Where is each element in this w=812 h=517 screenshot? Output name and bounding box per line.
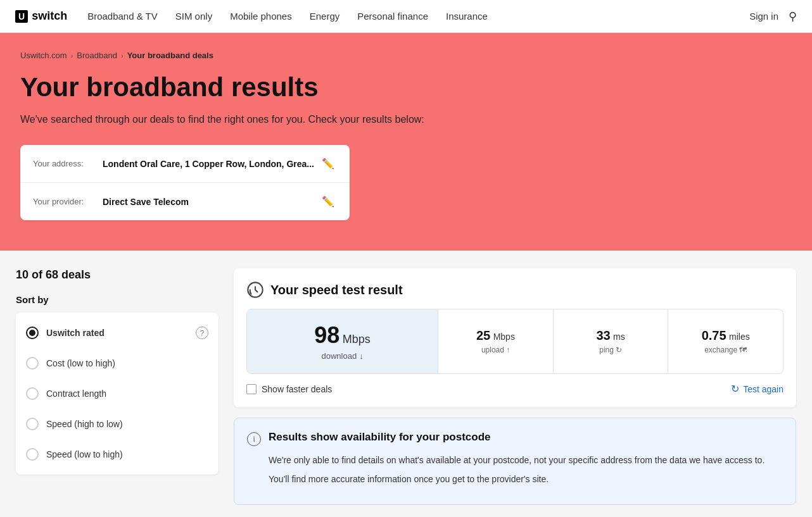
show-faster-label[interactable]: Show faster deals [246, 384, 332, 394]
radio-speed-low-high [26, 448, 39, 461]
sort-option-cost[interactable]: Cost (low to high) [16, 348, 219, 378]
sort-option-label-uswitch-rated: Uswitch rated [46, 328, 188, 338]
provider-row: Your provider: Direct Save Telecom ✏️ [20, 183, 350, 220]
breadcrumb-sep-2: › [121, 52, 124, 59]
nav-link-energy[interactable]: Energy [310, 11, 340, 22]
sort-option-speed-high-low[interactable]: Speed (high to low) [16, 409, 219, 439]
hero-section: Uswitch.com › Broadband › Your broadband… [0, 33, 812, 251]
page-title: Your broadband results [20, 73, 792, 102]
info-icon: i [247, 432, 261, 446]
sort-option-speed-low-high[interactable]: Speed (low to high) [16, 439, 219, 470]
exchange-unit: miles [729, 332, 750, 342]
provider-label: Your provider: [33, 197, 103, 206]
speed-ping: 33 ms ping ↻ [553, 309, 668, 373]
sort-label: Sort by [16, 294, 219, 305]
address-label: Your address: [33, 159, 103, 168]
ping-label: ping ↻ [599, 346, 622, 354]
upload-value: 25 [476, 328, 490, 342]
download-value-row: 98 Mbps [314, 322, 371, 349]
radio-inner [29, 330, 35, 336]
show-faster-text: Show faster deals [262, 384, 332, 394]
provider-value: Direct Save Telecom [103, 197, 319, 207]
speed-metrics: 98 Mbps download ↓ 25 Mbps upload [246, 309, 783, 374]
speed-download: 98 Mbps download ↓ [247, 309, 438, 373]
upload-label: upload ↑ [481, 346, 510, 354]
download-arrow-icon: ↓ [359, 351, 364, 361]
speed-upload: 25 Mbps upload ↑ [438, 309, 553, 373]
info-card-text-1: We're only able to find details on what'… [247, 454, 783, 468]
sort-options: Uswitch rated ? Cost (low to high) Contr… [16, 313, 219, 475]
breadcrumb-section[interactable]: Broadband [77, 51, 117, 60]
nav-link-insurance[interactable]: Insurance [446, 11, 488, 22]
breadcrumb-home[interactable]: Uswitch.com [20, 51, 67, 60]
help-icon-uswitch-rated[interactable]: ? [196, 327, 208, 339]
ping-value: 33 [596, 328, 610, 342]
test-again-text: Test again [743, 384, 783, 394]
sort-option-label-speed-high-low: Speed (high to low) [46, 419, 208, 429]
address-card: Your address: Londent Oral Care, 1 Coppe… [20, 145, 350, 220]
speed-footer: Show faster deals ↻ Test again [246, 383, 783, 395]
sort-option-contract-length[interactable]: Contract length [16, 378, 219, 409]
exchange-label: exchange 🗺 [704, 346, 747, 354]
nav-actions: Sign in ⚲ [749, 9, 797, 23]
upload-value-row: 25 Mbps [476, 328, 515, 343]
nav-link-sim-only[interactable]: SIM only [175, 11, 212, 22]
sort-option-label-cost: Cost (low to high) [46, 358, 208, 368]
test-again-link[interactable]: ↻ Test again [731, 383, 783, 395]
breadcrumb-current: Your broadband deals [127, 51, 213, 60]
provider-edit-button[interactable]: ✏️ [319, 193, 337, 210]
radio-cost [26, 357, 39, 370]
hero-subtitle: We've searched through our deals to find… [20, 112, 792, 127]
nav-links: Broadband & TV SIM only Mobile phones En… [87, 11, 749, 22]
nav-link-personal-finance[interactable]: Personal finance [357, 11, 428, 22]
info-card: i Results show availability for your pos… [234, 418, 796, 504]
radio-speed-high-low [26, 418, 39, 430]
speed-exchange: 0.75 miles exchange 🗺 [668, 309, 783, 373]
download-label: download ↓ [321, 351, 363, 361]
logo-box: U [15, 10, 28, 23]
navigation: U switch Broadband & TV SIM only Mobile … [0, 0, 812, 33]
address-row: Your address: Londent Oral Care, 1 Coppe… [20, 145, 350, 183]
speedometer-icon [246, 281, 264, 299]
address-value: Londent Oral Care, 1 Copper Row, London,… [103, 159, 319, 169]
info-card-header: i Results show availability for your pos… [247, 431, 783, 446]
main-content: 10 of 68 deals Sort by Uswitch rated ? C… [1, 251, 811, 517]
upload-arrow-icon: ↑ [506, 346, 510, 354]
radio-uswitch-rated [26, 327, 39, 339]
refresh-icon: ↻ [731, 383, 739, 395]
exchange-value-row: 0.75 miles [702, 328, 750, 343]
search-button[interactable]: ⚲ [789, 9, 797, 23]
ping-unit: ms [613, 332, 625, 342]
speed-test-card: Your speed test result 98 Mbps download … [234, 268, 796, 408]
download-unit: Mbps [343, 333, 371, 346]
sign-in-link[interactable]: Sign in [749, 11, 778, 22]
exchange-location-icon: 🗺 [739, 346, 747, 354]
sort-option-uswitch-rated[interactable]: Uswitch rated ? [16, 318, 219, 348]
deals-count: 10 of 68 deals [16, 268, 219, 282]
ping-refresh-icon: ↻ [616, 346, 622, 354]
download-value: 98 [314, 322, 339, 348]
info-card-text-2: You'll find more accurate information on… [247, 473, 783, 487]
exchange-value: 0.75 [702, 328, 726, 342]
results-section: Your speed test result 98 Mbps download … [234, 268, 796, 504]
sort-option-label-contract-length: Contract length [46, 389, 208, 399]
speed-card-title: Your speed test result [246, 281, 783, 299]
nav-link-mobile-phones[interactable]: Mobile phones [230, 11, 292, 22]
ping-value-row: 33 ms [596, 328, 625, 343]
sidebar: 10 of 68 deals Sort by Uswitch rated ? C… [16, 268, 219, 504]
speed-card-title-text: Your speed test result [270, 283, 403, 297]
breadcrumb: Uswitch.com › Broadband › Your broadband… [20, 51, 792, 60]
breadcrumb-sep-1: › [71, 52, 73, 59]
sort-option-label-speed-low-high: Speed (low to high) [46, 449, 208, 459]
radio-contract-length [26, 387, 39, 400]
info-card-title: Results show availability for your postc… [269, 431, 490, 444]
logo-text: switch [32, 9, 67, 23]
show-faster-checkbox[interactable] [246, 384, 257, 394]
address-edit-button[interactable]: ✏️ [319, 155, 337, 172]
nav-link-broadband-tv[interactable]: Broadband & TV [87, 11, 158, 22]
logo[interactable]: U switch [15, 9, 67, 23]
upload-unit: Mbps [493, 332, 515, 342]
